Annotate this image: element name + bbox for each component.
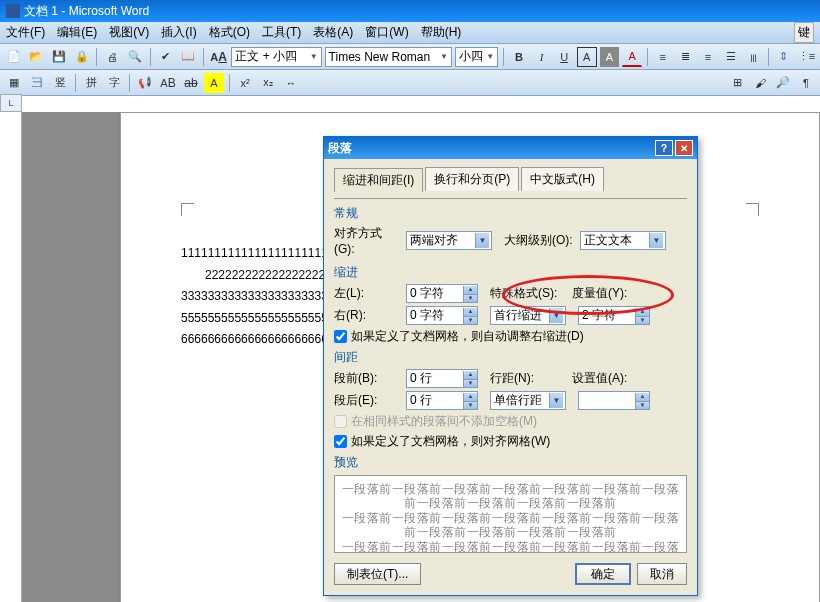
font-color-button[interactable]: A (622, 47, 642, 67)
align-center-icon[interactable]: ≣ (676, 47, 696, 67)
permission-icon[interactable]: 🔒 (72, 47, 92, 67)
line-spacing-dropdown[interactable]: 单倍行距 ▼ (490, 391, 566, 410)
preview-icon[interactable]: 🔍 (125, 47, 145, 67)
chevron-down-icon: ▼ (549, 308, 563, 323)
spin-down-icon[interactable]: ▼ (463, 316, 477, 324)
spin-down-icon[interactable]: ▼ (463, 379, 477, 387)
menu-edit[interactable]: 编辑(E) (57, 24, 97, 41)
combine-icon[interactable]: AB (158, 73, 178, 93)
special-indent-dropdown[interactable]: 首行缩进 ▼ (490, 306, 566, 325)
menu-help[interactable]: 帮助(H) (421, 24, 462, 41)
menu-format[interactable]: 格式(O) (209, 24, 250, 41)
indent-right-spinner[interactable]: 0 字符 ▲▼ (406, 306, 478, 325)
size-dropdown[interactable]: 小四 ▼ (455, 47, 498, 67)
superscript-icon[interactable]: x² (235, 73, 255, 93)
indent-left-spinner[interactable]: 0 字符 ▲▼ (406, 284, 478, 303)
outline-level-dropdown[interactable]: 正文文本 ▼ (580, 231, 666, 250)
tab-line-page-breaks[interactable]: 换行和分页(P) (425, 167, 519, 191)
ruler-corner[interactable]: L (0, 94, 22, 112)
show-marks-icon[interactable]: ¶ (796, 73, 816, 93)
italic-button[interactable]: I (532, 47, 552, 67)
no-space-same-style-label: 在相同样式的段落间不添加空格(M) (351, 413, 537, 430)
close-icon[interactable]: ✕ (675, 140, 693, 156)
spin-up-icon[interactable]: ▲ (463, 393, 477, 401)
style-dropdown[interactable]: 正文 + 小四 ▼ (231, 47, 321, 67)
indent-by-spinner[interactable]: 2 字符 ▲▼ (578, 306, 650, 325)
columns-icon[interactable]: ▦ (4, 73, 24, 93)
menu-insert[interactable]: 插入(I) (161, 24, 196, 41)
line-spacing-value: 单倍行距 (494, 392, 542, 409)
checkbox-icon[interactable] (334, 435, 347, 448)
enclose-icon[interactable]: 字 (104, 73, 124, 93)
space-after-value: 0 行 (410, 392, 432, 409)
label-space-before: 段前(B): (334, 370, 400, 387)
char-border-button[interactable]: A (577, 47, 597, 67)
tab-indent-spacing[interactable]: 缩进和间距(I) (334, 168, 423, 192)
strike-icon[interactable]: ab (181, 73, 201, 93)
phonetic-icon[interactable]: 📢 (135, 73, 155, 93)
indent-right-value: 0 字符 (410, 307, 444, 324)
spin-up-icon[interactable]: ▲ (463, 371, 477, 379)
menu-tools[interactable]: 工具(T) (262, 24, 301, 41)
vertical-ruler[interactable] (0, 112, 22, 602)
open-icon[interactable]: 📂 (27, 47, 47, 67)
research-icon[interactable]: 📖 (178, 47, 198, 67)
space-before-value: 0 行 (410, 370, 432, 387)
label-at: 设置值(A): (572, 370, 638, 387)
new-icon[interactable]: 📄 (4, 47, 24, 67)
help-icon[interactable]: ? (655, 140, 673, 156)
spin-up-icon[interactable]: ▲ (463, 308, 477, 316)
print-icon[interactable]: 🖨 (102, 47, 122, 67)
numbering-icon[interactable]: ⋮≡ (797, 47, 817, 67)
alignment-dropdown[interactable]: 两端对齐 ▼ (406, 231, 492, 250)
menu-table[interactable]: 表格(A) (313, 24, 353, 41)
menu-window[interactable]: 窗口(W) (365, 24, 408, 41)
save-icon[interactable]: 💾 (49, 47, 69, 67)
ruby-icon[interactable]: 拼 (81, 73, 101, 93)
subscript-icon[interactable]: x₂ (258, 73, 278, 93)
spell-icon[interactable]: ✔ (156, 47, 176, 67)
tabs-button[interactable]: 制表位(T)... (334, 563, 421, 585)
align-right-icon[interactable]: ≡ (698, 47, 718, 67)
spin-up-icon[interactable]: ▲ (635, 393, 649, 401)
align-left-icon[interactable]: ≡ (653, 47, 673, 67)
spin-up-icon[interactable]: ▲ (635, 308, 649, 316)
snap-to-grid-checkbox[interactable]: 如果定义了文档网格，则对齐网格(W) (334, 433, 687, 450)
tab-asian-typography[interactable]: 中文版式(H) (521, 167, 604, 191)
line-spacing-icon[interactable]: ⇕ (774, 47, 794, 67)
dialog-titlebar[interactable]: 段落 ? ✕ (324, 137, 697, 159)
draw-grid-icon[interactable]: ⊞ (727, 73, 747, 93)
at-spinner[interactable]: ▲▼ (578, 391, 650, 410)
word-icon (6, 4, 20, 18)
font-dropdown[interactable]: Times New Roman ▼ (325, 47, 452, 67)
auto-adjust-indent-checkbox[interactable]: 如果定义了文档网格，则自动调整右缩进(D) (334, 328, 687, 345)
spin-down-icon[interactable]: ▼ (635, 316, 649, 324)
style-aa-icon[interactable]: AA (209, 47, 229, 67)
keyboard-indicator: 键 (794, 22, 814, 43)
space-after-spinner[interactable]: 0 行 ▲▼ (406, 391, 478, 410)
spin-up-icon[interactable]: ▲ (463, 286, 477, 294)
bold-button[interactable]: B (509, 47, 529, 67)
space-before-spinner[interactable]: 0 行 ▲▼ (406, 369, 478, 388)
ok-button[interactable]: 确定 (575, 563, 631, 585)
distribute-icon[interactable]: ⫼ (743, 47, 763, 67)
highlight-icon[interactable]: A (204, 73, 224, 93)
group-general: 常规 (334, 205, 687, 222)
dialog-tabs: 缩进和间距(I) 换行和分页(P) 中文版式(H) (334, 167, 687, 191)
align-justify-icon[interactable]: ☰ (721, 47, 741, 67)
spin-down-icon[interactable]: ▼ (463, 401, 477, 409)
find-icon[interactable]: 🔎 (773, 73, 793, 93)
text-dir-icon[interactable]: 彐 (27, 73, 47, 93)
font-value: Times New Roman (329, 50, 431, 64)
underline-button[interactable]: U (554, 47, 574, 67)
scale-icon[interactable]: ↔ (281, 73, 301, 93)
checkbox-icon[interactable] (334, 330, 347, 343)
menu-file[interactable]: 文件(F) (6, 24, 45, 41)
vertical-text-icon[interactable]: 竖 (50, 73, 70, 93)
cancel-button[interactable]: 取消 (637, 563, 687, 585)
spin-down-icon[interactable]: ▼ (635, 401, 649, 409)
menu-view[interactable]: 视图(V) (109, 24, 149, 41)
format-painter-icon[interactable]: 🖌 (750, 73, 770, 93)
spin-down-icon[interactable]: ▼ (463, 294, 477, 302)
char-shading-button[interactable]: A (600, 47, 620, 67)
